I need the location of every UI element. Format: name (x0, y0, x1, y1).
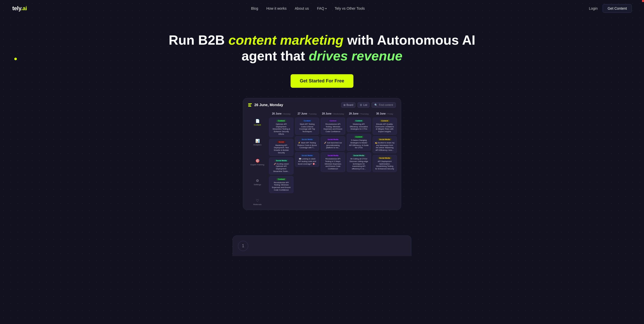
card-tag: Content (354, 136, 363, 138)
card-tag: Social Media (352, 154, 365, 157)
training-icon: 🎯 (255, 159, 260, 163)
hero-title-line2: agent that drives revenue (242, 48, 402, 63)
get-content-button[interactable]: Get Content (603, 4, 632, 13)
day-col-friday: 30 June / FridayContentElevate API Quali… (373, 111, 397, 206)
calendar-card[interactable]: Social Media🚀 Exciting news! Optimize AP… (269, 157, 293, 175)
board-view-button[interactable]: ⊞ Board (341, 102, 356, 108)
search-box[interactable]: 🔍 Find content (372, 102, 396, 108)
referrals-icon: ♡ (256, 198, 259, 203)
dashboard-date: 26 June, Monday (254, 103, 283, 107)
nav-link-blog[interactable]: Blog (251, 6, 258, 10)
day-header: 29 June / Thursday (347, 111, 371, 116)
nav-item-faq[interactable]: FAQ ▾ (317, 6, 327, 10)
card-title: 5 Game-Changing Strategies to Master API… (349, 139, 369, 149)
card-tag: Social Media (301, 154, 314, 157)
hero-title: Run B2B content marketing with Autonomou… (5, 32, 639, 64)
sidebar-item-content[interactable]: 📄 Content (247, 119, 268, 126)
card-title: 👀 Looking to slash API testing costs and… (297, 158, 317, 165)
get-started-button[interactable]: Get Started For Free (291, 74, 353, 88)
logo-dot: .ai (21, 5, 27, 11)
card-title: 🚀 Just launched our groundbreaking platf… (323, 142, 343, 149)
dashboard-preview: 26 June, Monday ⊞ Board ☰ List 🔍 Find co… (243, 98, 401, 210)
analytics-icon: 📊 (255, 139, 260, 143)
menu-icon (248, 103, 252, 107)
day-header: 28 June / Wednesday (321, 111, 345, 116)
nav-link-faq[interactable]: FAQ ▾ (317, 6, 327, 10)
calendar-card[interactable]: ContentMastering API Efficiency: Innovat… (347, 118, 371, 132)
dashboard-header-left: 26 June, Monday (248, 103, 283, 107)
card-title: Slash API Testing Costs & Boost Coverage… (297, 123, 317, 133)
sidebar-column: 📄 Content 📊 Analytics 🎯 Expert Training … (247, 111, 268, 206)
nav-item-about-us[interactable]: About us (295, 6, 309, 11)
search-icon: 🔍 (374, 104, 377, 106)
card-title: Mastering API Deployment: Test Smarter &… (271, 144, 291, 154)
calendar-card[interactable]: Content5 Game-Changing Strategies to Mas… (347, 134, 371, 151)
bottom-section: 1 (233, 235, 411, 256)
day-header: 30 June / Friday (373, 111, 397, 116)
card-title: Revolutionize API Testing: Minimize Expe… (271, 181, 291, 191)
card-tag: Social Media (326, 138, 340, 141)
card-tag: Social (277, 141, 285, 143)
calendar-card[interactable]: ContentOptimize API Deployment: Streamli… (269, 118, 293, 137)
calendar-card[interactable]: ContentElevate API Quality: Overcome Lim… (373, 118, 397, 135)
nav-link-about-us[interactable]: About us (295, 6, 309, 10)
nav-item-tely-vs-tools[interactable]: Tely vs Other Tools (335, 6, 365, 11)
card-title: 99 Calling all CTOs! Discover cutting-ed… (349, 158, 369, 170)
card-tag: Content (354, 120, 363, 122)
hero-section: Run B2B content marketing with Autonomou… (0, 17, 644, 220)
calendar-card[interactable]: ContentSlash API Testing Costs & Boost C… (295, 118, 319, 135)
card-title: ✍ Excited to share my key takeaways from… (375, 142, 395, 152)
card-title: Optimize API Deployment: Streamline Test… (271, 123, 291, 135)
nav-link-tely-vs-tools[interactable]: Tely vs Other Tools (335, 6, 365, 10)
card-title: 🚀 Exciting news! Optimize API Deployment… (271, 163, 291, 173)
dashboard-header-right: ⊞ Board ☰ List 🔍 Find content (341, 102, 396, 108)
day-col-thursday: 29 June / ThursdayContentMastering API E… (347, 111, 371, 206)
calendar-card[interactable]: ContentRevolutionize API Testing: Minimi… (269, 176, 293, 193)
card-title: Revolutionize API Testing: Minimize Expe… (323, 123, 343, 133)
card-tag: Content (277, 178, 286, 180)
calendar-card[interactable]: Social Media✍ Excited to share my key ta… (373, 136, 397, 153)
hero-highlight-1: content marketing (229, 33, 344, 47)
sidebar-item-referrals[interactable]: ♡ Referrals (247, 198, 268, 206)
list-icon: ☰ (360, 104, 362, 106)
sidebar-item-expert-training[interactable]: 🎯 Expert Training (247, 159, 268, 166)
calendar-card[interactable]: ContentRevolutionize API Testing: Minimi… (321, 118, 345, 135)
card-tag: Social Media (326, 154, 340, 157)
sidebar-item-settings[interactable]: ⚙ Settings (247, 179, 268, 186)
card-tag: Content (328, 120, 338, 122)
calendar-card[interactable]: Social Media👀 Looking to slash API testi… (295, 152, 319, 167)
card-title: Mastering API Efficiency: Innovative Str… (349, 123, 369, 130)
card-tag: Social Media (275, 159, 288, 162)
calendar-card[interactable]: Social Media🚀 Just launched our groundbr… (321, 136, 345, 151)
card-tag: Content (303, 120, 312, 122)
card-tag: Social Media (378, 138, 391, 141)
calendar-grid: 📄 Content 📊 Analytics 🎯 Expert Training … (247, 111, 397, 206)
day-col-wednesday: 28 June / WednesdayContentRevolutionize … (321, 111, 345, 206)
list-view-button[interactable]: ☰ List (357, 102, 369, 108)
content-icon: 📄 (255, 119, 260, 123)
calendar-card[interactable]: Social Media⚡ Slash API Testing: Reduce … (295, 136, 319, 151)
nav-item-blog[interactable]: Blog (251, 6, 258, 11)
card-title: ⚡ Slash API Testing: Reduce Costs & Boos… (297, 142, 317, 149)
calendar-card[interactable]: Social MediaRevolutionize API Testing in… (321, 152, 345, 172)
calendar-card[interactable]: Social MediaAPI Deployment Optimization:… (373, 155, 397, 172)
nav-item-how-it-works[interactable]: How it works (266, 6, 287, 11)
dashboard-header: 26 June, Monday ⊞ Board ☰ List 🔍 Find co… (247, 102, 397, 108)
board-icon: ⊞ (343, 104, 345, 106)
card-title: Elevate API Quality: Overcome Limitation… (375, 123, 395, 133)
card-title: Revolutionize API Testing in 5 Steps: Mi… (323, 158, 343, 170)
login-button[interactable]: Login (589, 6, 598, 10)
card-tag: Content (380, 120, 389, 122)
day-header: 27 June / Tuesday (295, 111, 319, 116)
sidebar-item-analytics[interactable]: 📊 Analytics (247, 139, 268, 146)
nav-right: Login Get Content (589, 4, 632, 13)
card-tag: Social Media (378, 157, 391, 159)
calendar-card[interactable]: SocialMastering API Deployment: Test Sma… (269, 139, 293, 156)
logo[interactable]: tely.ai (12, 5, 27, 12)
calendar-card[interactable]: Social Media99 Calling all CTOs! Discove… (347, 152, 371, 172)
step-circle: 1 (238, 241, 248, 251)
chevron-down-icon: ▾ (325, 7, 327, 10)
nav-link-how-it-works[interactable]: How it works (266, 6, 287, 10)
day-col-monday: 26 June / MondayContentOptimize API Depl… (269, 111, 293, 206)
navbar: tely.ai Blog How it works About us FAQ ▾… (0, 0, 644, 17)
